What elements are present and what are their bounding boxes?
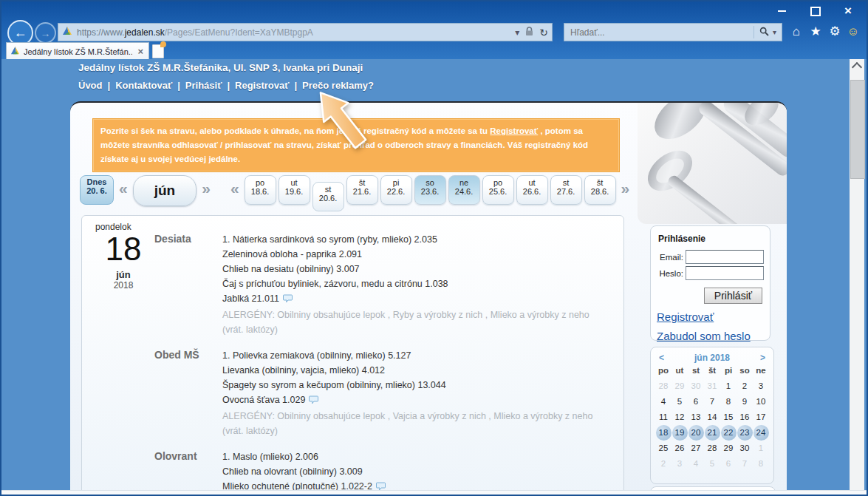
next-days-icon[interactable]: » bbox=[621, 180, 630, 197]
prev-days-icon[interactable]: « bbox=[230, 180, 239, 197]
browser-tab[interactable]: Jedálny lístok ZŠ M.R.Štefán... × bbox=[6, 42, 149, 60]
settings-gear-icon[interactable]: ⚙ bbox=[827, 24, 843, 40]
refresh-icon[interactable]: ↻ bbox=[539, 27, 548, 38]
day-button-21-6-[interactable]: št21.6. bbox=[346, 175, 378, 205]
today-button[interactable]: Dnes 20. 6. bbox=[80, 175, 114, 205]
calendar-day[interactable]: 2 bbox=[737, 378, 753, 394]
tab-close-icon[interactable]: × bbox=[132, 46, 148, 57]
calendar-day[interactable]: 26 bbox=[672, 441, 688, 456]
search-box[interactable]: ▾ bbox=[564, 23, 782, 41]
calendar-day[interactable]: 1 bbox=[721, 378, 737, 394]
calendar-day[interactable]: 24 bbox=[753, 425, 769, 441]
nav-item-4[interactable]: Registrovať bbox=[235, 80, 289, 91]
search-dropdown-icon[interactable]: ▾ bbox=[773, 28, 776, 36]
nav-item-1[interactable]: Úvod bbox=[78, 80, 103, 91]
close-window-button[interactable]: × bbox=[838, 4, 858, 18]
day-button-25-6-[interactable]: po25.6. bbox=[482, 175, 514, 205]
calendar-day[interactable]: 14 bbox=[705, 410, 720, 425]
day-button-26-6-[interactable]: ut26.6. bbox=[516, 175, 548, 205]
comment-bubble-icon[interactable] bbox=[283, 293, 293, 308]
comment-bubble-icon[interactable] bbox=[309, 394, 318, 409]
comment-bubble-icon[interactable] bbox=[376, 480, 386, 490]
calendar-day[interactable]: 6 bbox=[688, 394, 704, 410]
calendar-dayname: ut bbox=[672, 363, 688, 378]
calendar-day[interactable]: 30 bbox=[737, 441, 753, 456]
next-month-icon[interactable]: » bbox=[202, 180, 211, 197]
prev-month-icon[interactable]: « bbox=[119, 180, 128, 197]
menu-item-text: 1. Polievka zemiaková (obilniny, mlieko)… bbox=[222, 350, 411, 361]
calendar-day: 6 bbox=[721, 456, 737, 472]
feedback-smiley-icon[interactable]: ☺ bbox=[845, 24, 861, 40]
calendar-day[interactable]: 15 bbox=[721, 410, 737, 425]
day-button-18-6-[interactable]: po18.6. bbox=[245, 175, 276, 205]
day-name: st bbox=[551, 178, 581, 187]
calendar-day[interactable]: 16 bbox=[737, 410, 753, 425]
login-button[interactable]: Prihlásiť bbox=[704, 288, 762, 304]
search-input[interactable] bbox=[564, 27, 753, 38]
calendar-day[interactable]: 9 bbox=[737, 394, 753, 410]
calendar-day[interactable]: 5 bbox=[672, 394, 688, 410]
month-button[interactable]: jún bbox=[133, 175, 197, 206]
calendar-day[interactable]: 19 bbox=[672, 425, 688, 441]
search-icon[interactable] bbox=[759, 26, 769, 39]
menu-section-items: 1. Nátierka sardinková so syrom (ryby, m… bbox=[222, 232, 595, 337]
calendar-day[interactable]: 8 bbox=[721, 394, 737, 410]
nav-item-2[interactable]: Kontaktovať bbox=[115, 80, 172, 91]
nav-item-3[interactable]: Prihásiť bbox=[185, 80, 222, 91]
calendar-day[interactable]: 27 bbox=[688, 441, 704, 456]
day-button-27-6-[interactable]: st27.6. bbox=[550, 175, 582, 205]
calendar-day[interactable]: 23 bbox=[737, 425, 753, 441]
address-bar[interactable]: https://www.jedalen.sk/Pages/EatMenu?Ide… bbox=[58, 23, 553, 41]
calendar-day[interactable]: 12 bbox=[672, 410, 688, 425]
vertical-scrollbar[interactable] bbox=[850, 59, 864, 490]
day-button-28-6-[interactable]: št28.6. bbox=[584, 175, 616, 205]
password-field[interactable] bbox=[686, 266, 764, 280]
day-number: 18 bbox=[94, 232, 153, 266]
day-button-19-6-[interactable]: ut19.6. bbox=[278, 175, 310, 205]
calendar-day[interactable]: 13 bbox=[688, 410, 704, 425]
url-path: /Pages/EatMenu?Ident=XaYMBtpgpA bbox=[165, 27, 313, 38]
calendar-day[interactable]: 10 bbox=[753, 394, 769, 410]
day-date: 27.6. bbox=[551, 187, 581, 196]
day-button-20-6-[interactable]: st20.6. bbox=[312, 182, 344, 211]
highlight-arrow-cursor bbox=[313, 80, 368, 160]
calendar-day[interactable]: 29 bbox=[721, 441, 737, 456]
calendar-next-icon[interactable]: > bbox=[760, 353, 765, 363]
calendar-day[interactable]: 18 bbox=[656, 425, 671, 441]
calendar-day[interactable]: 25 bbox=[656, 441, 671, 456]
calendar-day[interactable]: 3 bbox=[753, 378, 769, 394]
forgot-password-link[interactable]: Zabudol som heslo bbox=[657, 330, 764, 342]
calendar-prev-icon[interactable]: < bbox=[659, 353, 664, 363]
notice-register-link[interactable]: Registrovať bbox=[490, 126, 538, 135]
maximize-button[interactable] bbox=[806, 4, 825, 18]
favorites-icon[interactable]: ★ bbox=[807, 24, 824, 40]
calendar-title: jún 2018 bbox=[694, 353, 730, 363]
scrollbar-thumb[interactable] bbox=[850, 80, 865, 179]
calendar-day[interactable]: 17 bbox=[753, 410, 769, 425]
menu-item: 1. Polievka zemiaková (obilniny, mlieko)… bbox=[222, 348, 595, 363]
login-title: Prihlásenie bbox=[658, 234, 764, 244]
calendar-day[interactable]: 11 bbox=[656, 410, 671, 425]
new-tab-button[interactable] bbox=[152, 44, 164, 58]
minimize-button[interactable] bbox=[772, 4, 791, 18]
calendar-day: 7 bbox=[737, 456, 753, 472]
address-dropdown-icon[interactable]: ▾ bbox=[515, 27, 519, 38]
calendar-day[interactable]: 28 bbox=[705, 441, 720, 456]
day-button-24-6-[interactable]: ne24.6. bbox=[448, 175, 480, 205]
email-field[interactable] bbox=[686, 250, 764, 264]
day-button-23-6-[interactable]: so23.6. bbox=[414, 175, 446, 205]
calendar-day: 3 bbox=[672, 456, 688, 472]
calendar-day[interactable]: 22 bbox=[721, 425, 737, 441]
calendar-day[interactable]: 7 bbox=[705, 394, 720, 410]
calendar-day[interactable]: 4 bbox=[656, 394, 671, 410]
content-container: Pozrite si šek na stravu, alebo podklade… bbox=[70, 101, 787, 490]
calendar-day[interactable]: 20 bbox=[688, 425, 704, 441]
home-icon[interactable]: ⌂ bbox=[788, 24, 804, 40]
calendar-day[interactable]: 21 bbox=[705, 425, 720, 441]
scroll-up-icon[interactable] bbox=[852, 62, 862, 72]
forward-button[interactable]: → bbox=[35, 22, 56, 44]
back-icon: ← bbox=[14, 25, 27, 41]
register-link[interactable]: Registrovať bbox=[657, 310, 764, 323]
day-button-22-6-[interactable]: pi22.6. bbox=[380, 175, 412, 205]
url-domain: jedalen.sk bbox=[125, 27, 165, 38]
